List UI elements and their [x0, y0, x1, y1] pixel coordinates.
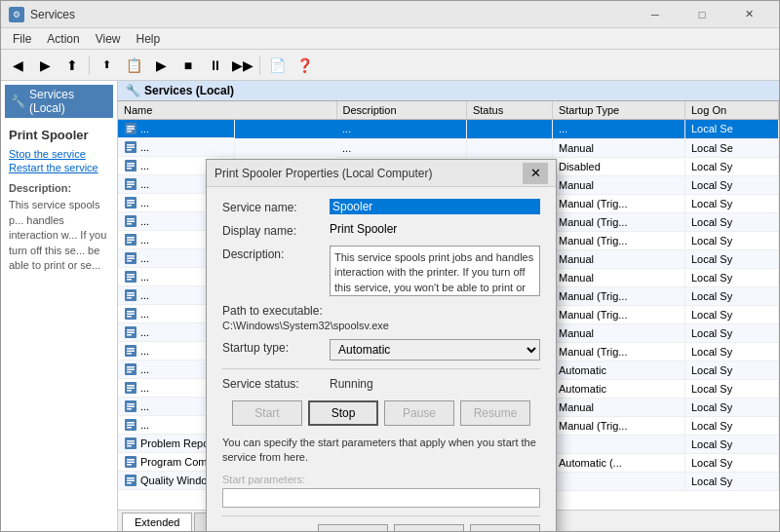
- row-startup: Manual (Trig...: [552, 286, 684, 305]
- sidebar-desc-title: Description:: [9, 181, 109, 196]
- apply-button[interactable]: Apply: [470, 524, 540, 531]
- svg-rect-38: [127, 295, 135, 297]
- svg-rect-3: [127, 131, 132, 133]
- sidebar: 🔧 Services (Local) Print Spooler Stop th…: [1, 81, 118, 531]
- panel-header: 🔧 Services (Local): [118, 81, 779, 101]
- help-button[interactable]: ❓: [292, 53, 317, 78]
- row-startup: [552, 435, 684, 453]
- stop-service-link[interactable]: Stop the service: [9, 148, 109, 160]
- stop-button[interactable]: ■: [176, 53, 201, 78]
- svg-rect-35: [127, 279, 132, 281]
- service-name-value: Spooler: [330, 199, 540, 214]
- row-startup: Automatic (...: [552, 453, 684, 472]
- start-params-section: Start parameters:: [222, 474, 540, 508]
- svg-rect-22: [127, 221, 135, 223]
- close-button[interactable]: ✕: [726, 1, 771, 28]
- row-logon: Local Sy: [684, 342, 778, 361]
- sidebar-service-name: Print Spooler: [9, 128, 109, 142]
- toolbar-separator-2: [259, 56, 260, 75]
- row-status: [466, 120, 552, 139]
- startup-type-label: Startup type:: [222, 339, 330, 355]
- maximize-button[interactable]: □: [680, 1, 724, 28]
- minimize-button[interactable]: ─: [633, 1, 678, 28]
- svg-rect-74: [127, 462, 135, 464]
- svg-rect-59: [127, 390, 132, 392]
- up-button[interactable]: ⬆: [59, 53, 85, 78]
- ok-button[interactable]: OK: [318, 524, 388, 531]
- row-startup: Manual (Trig...: [552, 212, 684, 231]
- col-startup[interactable]: Startup Type: [552, 101, 684, 120]
- col-status[interactable]: Status: [466, 101, 552, 120]
- pause-button-dialog[interactable]: Pause: [384, 400, 454, 426]
- cancel-button[interactable]: Cancel: [394, 524, 464, 531]
- service-action-buttons: Start Stop Pause Resume: [222, 400, 540, 426]
- startup-type-select[interactable]: Automatic Automatic (Delayed Start) Manu…: [330, 339, 540, 361]
- row-logon: Local Sy: [684, 323, 778, 342]
- svg-rect-30: [127, 258, 135, 260]
- svg-rect-13: [127, 181, 135, 183]
- svg-rect-34: [127, 277, 135, 279]
- properties-dialog[interactable]: Print Spooler Properties (Local Computer…: [206, 159, 557, 531]
- start-button[interactable]: Start: [232, 400, 302, 426]
- row-name: ...: [118, 138, 235, 157]
- properties-button[interactable]: 📄: [264, 53, 290, 78]
- row-logon: Local Sy: [684, 453, 778, 472]
- svg-rect-69: [127, 440, 135, 442]
- svg-rect-23: [127, 223, 132, 225]
- row-logon: Local Sy: [684, 249, 778, 268]
- sidebar-header-text: Services (Local): [29, 88, 107, 115]
- table-row[interactable]: .........Local Se: [118, 120, 779, 139]
- svg-rect-29: [127, 255, 135, 257]
- window-controls: ─ □ ✕: [633, 1, 771, 28]
- svg-rect-39: [127, 297, 132, 299]
- svg-rect-50: [127, 351, 135, 353]
- row-startup: Automatic: [552, 361, 684, 379]
- sidebar-content: Print Spooler Stop the service Restart t…: [5, 124, 113, 277]
- status-row: Service status: Running: [222, 377, 540, 391]
- table-row[interactable]: ......ManualLocal Se: [118, 138, 779, 157]
- svg-rect-26: [127, 240, 135, 242]
- row-logon: Local Sy: [684, 175, 778, 194]
- dialog-title-text: Print Spooler Properties (Local Computer…: [214, 167, 523, 180]
- menu-action[interactable]: Action: [39, 30, 87, 48]
- back-button[interactable]: ◀: [5, 53, 30, 78]
- row-logon: Local Sy: [684, 398, 778, 416]
- resume-button[interactable]: ▶▶: [230, 53, 255, 78]
- col-description[interactable]: Description: [336, 101, 466, 120]
- tab-extended[interactable]: Extended: [122, 513, 192, 531]
- menu-file[interactable]: File: [5, 30, 39, 48]
- forward-button[interactable]: ▶: [32, 53, 58, 78]
- stop-button[interactable]: Stop: [308, 400, 378, 426]
- sidebar-description: Description: This service spools p... ha…: [9, 181, 109, 273]
- row-startup: Manual (Trig...: [552, 305, 684, 323]
- row-startup: Manual: [552, 398, 684, 416]
- description-field-value: This service spools print jobs and handl…: [330, 246, 540, 296]
- menu-help[interactable]: Help: [129, 30, 169, 48]
- display-name-label: Display name:: [222, 222, 330, 238]
- resume-button-dialog[interactable]: Resume: [460, 400, 530, 426]
- col-name[interactable]: Name: [118, 101, 336, 120]
- svg-rect-5: [127, 144, 135, 146]
- play-button[interactable]: ▶: [148, 53, 174, 78]
- svg-rect-31: [127, 260, 132, 262]
- dialog-close-button[interactable]: ✕: [523, 163, 548, 184]
- refresh-button[interactable]: ⬆: [94, 53, 119, 78]
- svg-rect-9: [127, 163, 135, 165]
- menu-view[interactable]: View: [88, 30, 129, 48]
- restart-service-link[interactable]: Restart the service: [9, 162, 109, 173]
- svg-rect-67: [127, 427, 132, 429]
- svg-rect-25: [127, 237, 135, 239]
- main-window: ⚙ Services ─ □ ✕ File Action View Help ◀…: [0, 0, 780, 532]
- pause-button[interactable]: ⏸: [203, 53, 228, 78]
- svg-rect-61: [127, 403, 135, 405]
- col-logon[interactable]: Log On: [684, 101, 778, 120]
- svg-rect-7: [127, 149, 132, 151]
- row-description: ...: [336, 120, 466, 139]
- panel-header-text: Services (Local): [144, 84, 234, 97]
- svg-rect-55: [127, 371, 132, 373]
- start-params-input[interactable]: [222, 488, 540, 508]
- svg-rect-15: [127, 186, 132, 188]
- path-value: C:\Windows\System32\spoolsv.exe: [222, 320, 540, 331]
- show-hide-button[interactable]: 📋: [121, 53, 146, 78]
- dialog-title-bar: Print Spooler Properties (Local Computer…: [207, 160, 556, 187]
